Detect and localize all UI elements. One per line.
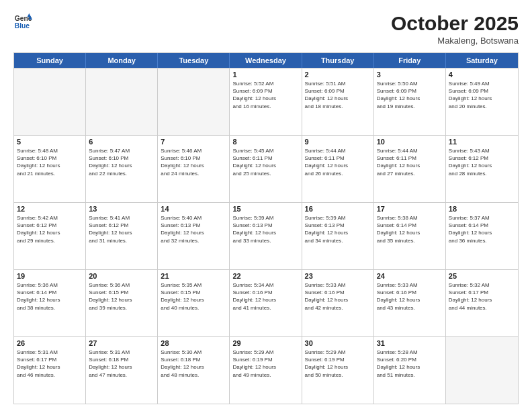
day-number: 13 xyxy=(89,205,154,213)
day-number: 17 xyxy=(377,205,443,213)
weekday-header: Friday xyxy=(374,53,446,68)
day-info: Sunrise: 5:47 AM Sunset: 6:10 PM Dayligh… xyxy=(89,147,154,177)
month-title: October 2025 xyxy=(391,12,519,34)
day-info: Sunrise: 5:29 AM Sunset: 6:19 PM Dayligh… xyxy=(232,349,298,379)
calendar-cell: 24Sunrise: 5:33 AM Sunset: 6:16 PM Dayli… xyxy=(374,270,446,336)
day-number: 10 xyxy=(377,138,443,146)
calendar-cell: 26Sunrise: 5:31 AM Sunset: 6:17 PM Dayli… xyxy=(14,337,86,404)
calendar-cell: 8Sunrise: 5:45 AM Sunset: 6:11 PM Daylig… xyxy=(230,136,302,202)
day-number: 30 xyxy=(305,339,371,347)
day-info: Sunrise: 5:49 AM Sunset: 6:09 PM Dayligh… xyxy=(449,80,515,110)
calendar-cell: 31Sunrise: 5:28 AM Sunset: 6:20 PM Dayli… xyxy=(374,337,446,404)
day-info: Sunrise: 5:37 AM Sunset: 6:14 PM Dayligh… xyxy=(449,214,515,244)
calendar-cell xyxy=(446,337,518,404)
calendar-cell: 21Sunrise: 5:35 AM Sunset: 6:15 PM Dayli… xyxy=(158,270,230,336)
calendar-cell: 15Sunrise: 5:39 AM Sunset: 6:13 PM Dayli… xyxy=(230,203,302,269)
calendar-cell: 18Sunrise: 5:37 AM Sunset: 6:14 PM Dayli… xyxy=(446,203,518,269)
day-number: 26 xyxy=(17,339,83,347)
logo: General Blue xyxy=(13,12,32,31)
calendar-body: 1Sunrise: 5:52 AM Sunset: 6:09 PM Daylig… xyxy=(14,68,518,404)
day-info: Sunrise: 5:39 AM Sunset: 6:13 PM Dayligh… xyxy=(305,214,371,244)
calendar-row: 5Sunrise: 5:48 AM Sunset: 6:10 PM Daylig… xyxy=(14,135,518,202)
day-info: Sunrise: 5:46 AM Sunset: 6:10 PM Dayligh… xyxy=(161,147,226,177)
day-info: Sunrise: 5:52 AM Sunset: 6:09 PM Dayligh… xyxy=(232,80,298,110)
day-info: Sunrise: 5:45 AM Sunset: 6:11 PM Dayligh… xyxy=(232,147,298,177)
calendar-cell: 1Sunrise: 5:52 AM Sunset: 6:09 PM Daylig… xyxy=(230,68,302,135)
svg-text:Blue: Blue xyxy=(15,22,30,30)
day-number: 22 xyxy=(232,272,298,280)
day-number: 16 xyxy=(305,205,371,213)
day-number: 12 xyxy=(17,205,83,213)
day-number: 1 xyxy=(232,71,298,79)
calendar-cell: 5Sunrise: 5:48 AM Sunset: 6:10 PM Daylig… xyxy=(14,136,86,202)
day-number: 18 xyxy=(449,205,515,213)
day-number: 5 xyxy=(17,138,83,146)
day-number: 25 xyxy=(449,272,515,280)
calendar: SundayMondayTuesdayWednesdayThursdayFrid… xyxy=(13,52,519,404)
day-info: Sunrise: 5:32 AM Sunset: 6:17 PM Dayligh… xyxy=(449,281,515,312)
day-info: Sunrise: 5:40 AM Sunset: 6:13 PM Dayligh… xyxy=(161,214,226,244)
calendar-cell: 25Sunrise: 5:32 AM Sunset: 6:17 PM Dayli… xyxy=(446,270,518,336)
day-number: 24 xyxy=(377,272,443,280)
calendar-cell: 16Sunrise: 5:39 AM Sunset: 6:13 PM Dayli… xyxy=(302,203,374,269)
day-number: 9 xyxy=(305,138,371,146)
day-number: 23 xyxy=(305,272,371,280)
day-number: 31 xyxy=(377,339,443,347)
day-info: Sunrise: 5:42 AM Sunset: 6:12 PM Dayligh… xyxy=(17,214,83,244)
day-info: Sunrise: 5:31 AM Sunset: 6:17 PM Dayligh… xyxy=(17,349,83,379)
calendar-cell: 14Sunrise: 5:40 AM Sunset: 6:13 PM Dayli… xyxy=(158,203,230,269)
calendar-cell: 10Sunrise: 5:44 AM Sunset: 6:11 PM Dayli… xyxy=(374,136,446,202)
day-info: Sunrise: 5:31 AM Sunset: 6:18 PM Dayligh… xyxy=(89,349,154,379)
day-info: Sunrise: 5:36 AM Sunset: 6:14 PM Dayligh… xyxy=(17,281,83,312)
weekday-header: Tuesday xyxy=(158,53,230,68)
day-number: 29 xyxy=(232,339,298,347)
day-info: Sunrise: 5:33 AM Sunset: 6:16 PM Dayligh… xyxy=(305,281,371,312)
day-info: Sunrise: 5:41 AM Sunset: 6:12 PM Dayligh… xyxy=(89,214,154,244)
day-number: 28 xyxy=(161,339,226,347)
title-block: October 2025 Makaleng, Botswana xyxy=(391,12,519,46)
location: Makaleng, Botswana xyxy=(391,36,519,46)
calendar-cell: 13Sunrise: 5:41 AM Sunset: 6:12 PM Dayli… xyxy=(86,203,158,269)
calendar-cell: 9Sunrise: 5:44 AM Sunset: 6:11 PM Daylig… xyxy=(302,136,374,202)
day-info: Sunrise: 5:44 AM Sunset: 6:11 PM Dayligh… xyxy=(377,147,443,177)
day-info: Sunrise: 5:30 AM Sunset: 6:18 PM Dayligh… xyxy=(161,349,226,379)
day-info: Sunrise: 5:33 AM Sunset: 6:16 PM Dayligh… xyxy=(377,281,443,312)
day-info: Sunrise: 5:44 AM Sunset: 6:11 PM Dayligh… xyxy=(305,147,371,177)
calendar-header: SundayMondayTuesdayWednesdayThursdayFrid… xyxy=(14,53,518,68)
weekday-header: Wednesday xyxy=(230,53,302,68)
calendar-cell: 6Sunrise: 5:47 AM Sunset: 6:10 PM Daylig… xyxy=(86,136,158,202)
weekday-header: Thursday xyxy=(302,53,374,68)
calendar-cell: 30Sunrise: 5:29 AM Sunset: 6:19 PM Dayli… xyxy=(302,337,374,404)
day-number: 6 xyxy=(89,138,154,146)
day-number: 21 xyxy=(161,272,226,280)
page: General Blue October 2025 Makaleng, Bots… xyxy=(0,0,532,411)
calendar-row: 1Sunrise: 5:52 AM Sunset: 6:09 PM Daylig… xyxy=(14,68,518,135)
day-number: 27 xyxy=(89,339,154,347)
day-info: Sunrise: 5:29 AM Sunset: 6:19 PM Dayligh… xyxy=(305,349,371,379)
day-number: 2 xyxy=(305,71,371,79)
calendar-cell: 4Sunrise: 5:49 AM Sunset: 6:09 PM Daylig… xyxy=(446,68,518,135)
day-number: 20 xyxy=(89,272,154,280)
day-info: Sunrise: 5:48 AM Sunset: 6:10 PM Dayligh… xyxy=(17,147,83,177)
weekday-header: Sunday xyxy=(14,53,86,68)
day-number: 15 xyxy=(232,205,298,213)
day-number: 7 xyxy=(161,138,226,146)
day-info: Sunrise: 5:50 AM Sunset: 6:09 PM Dayligh… xyxy=(377,80,443,110)
calendar-cell: 28Sunrise: 5:30 AM Sunset: 6:18 PM Dayli… xyxy=(158,337,230,404)
calendar-cell xyxy=(14,68,86,135)
calendar-cell: 17Sunrise: 5:38 AM Sunset: 6:14 PM Dayli… xyxy=(374,203,446,269)
day-info: Sunrise: 5:39 AM Sunset: 6:13 PM Dayligh… xyxy=(232,214,298,244)
calendar-cell: 7Sunrise: 5:46 AM Sunset: 6:10 PM Daylig… xyxy=(158,136,230,202)
calendar-cell: 3Sunrise: 5:50 AM Sunset: 6:09 PM Daylig… xyxy=(374,68,446,135)
calendar-cell: 20Sunrise: 5:36 AM Sunset: 6:15 PM Dayli… xyxy=(86,270,158,336)
calendar-cell xyxy=(158,68,230,135)
calendar-row: 12Sunrise: 5:42 AM Sunset: 6:12 PM Dayli… xyxy=(14,202,518,269)
calendar-cell: 19Sunrise: 5:36 AM Sunset: 6:14 PM Dayli… xyxy=(14,270,86,336)
day-number: 8 xyxy=(232,138,298,146)
day-number: 19 xyxy=(17,272,83,280)
weekday-header: Saturday xyxy=(446,53,518,68)
calendar-cell: 22Sunrise: 5:34 AM Sunset: 6:16 PM Dayli… xyxy=(230,270,302,336)
calendar-cell xyxy=(86,68,158,135)
day-info: Sunrise: 5:43 AM Sunset: 6:12 PM Dayligh… xyxy=(449,147,515,177)
calendar-cell: 11Sunrise: 5:43 AM Sunset: 6:12 PM Dayli… xyxy=(446,136,518,202)
